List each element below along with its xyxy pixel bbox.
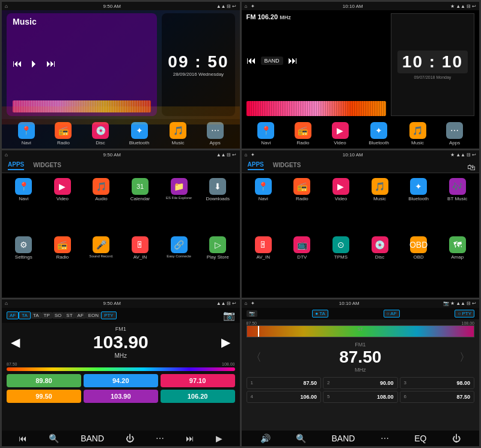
app-playstore-p3[interactable]: ▷ Play Store: [200, 236, 236, 292]
fm-preset-3[interactable]: 97.10: [161, 374, 235, 387]
fm6-preset-3[interactable]: 3 98.00: [400, 377, 475, 389]
back-icon[interactable]: ↩: [232, 4, 236, 9]
fm-bottom-search-icon[interactable]: 🔍: [49, 434, 59, 443]
fm6-bottom-vol-icon[interactable]: 🔊: [260, 434, 271, 443]
fm6-next-arrow[interactable]: 〉: [459, 350, 470, 364]
fm-bottom-power-icon[interactable]: ⏻: [126, 434, 134, 443]
app-avin-p4[interactable]: 🎚 AV_IN: [245, 236, 282, 292]
status-time-p4: 10:10 AM: [343, 152, 363, 158]
fm-next-arrow[interactable]: ▶: [221, 335, 230, 349]
back-icon-p3[interactable]: ↩: [232, 152, 236, 158]
fm-bottom-return-icon[interactable]: ⏮: [19, 434, 27, 443]
fm6-preset-4[interactable]: 4 106.00: [247, 391, 322, 403]
fm-preset-4[interactable]: 99.50: [7, 390, 81, 403]
tab-widgets-p4[interactable]: WIDGETS: [273, 162, 301, 170]
app-navi-p1[interactable]: 📍 Navi: [18, 122, 35, 146]
fm6-bottom-search-icon[interactable]: 🔍: [296, 434, 306, 443]
fm-so-btn[interactable]: SO: [52, 312, 64, 319]
app-bluetooth-p2[interactable]: ✦ Bluetooth: [369, 122, 389, 146]
tab-apps-p4[interactable]: APPS: [248, 161, 264, 170]
fm6-preset-1[interactable]: 1 87.50: [247, 377, 322, 389]
fm-pty-btn[interactable]: PTY: [101, 311, 117, 319]
forward-btn[interactable]: ⏭: [46, 58, 56, 69]
app-audio-p3[interactable]: 🎵 Audio: [83, 178, 120, 234]
fm-bottom-menu-icon[interactable]: ⋯: [156, 434, 164, 443]
app-obd-p4[interactable]: OBD OBD: [400, 236, 437, 292]
back-icon-p4[interactable]: ↩: [472, 152, 476, 158]
app-soundrec-p3[interactable]: 🎤 Sound Record.: [83, 236, 120, 292]
fm-ta-btn2[interactable]: TA: [31, 312, 41, 319]
fm-af-btn2[interactable]: AF: [75, 312, 86, 319]
main-grid: ⌂ 9:50 AM ▲▲ ⊟ ↩ Music ⏮ ⏵ ⏭: [0, 0, 481, 448]
rewind-btn[interactable]: ⏮: [13, 58, 22, 69]
fm-preset-5[interactable]: 103.90: [84, 390, 158, 403]
fm6-bottom-band-label[interactable]: BAND: [331, 434, 355, 443]
fm-bottom-skip-icon[interactable]: ⏭: [186, 434, 194, 443]
app-avin-p3[interactable]: 🎚 AV_IN: [122, 236, 159, 292]
tab-apps-p3[interactable]: APPS: [8, 161, 24, 170]
apps-grid-p4: 📍 Navi 📻 Radio ▶ Video 🎵 Music ✦ Bl: [242, 173, 480, 297]
fm6-af-btn[interactable]: ○ AF: [384, 310, 400, 318]
app-tpms-p4[interactable]: ⊙ TPMS: [323, 236, 360, 292]
fm6-bottom-power-icon[interactable]: ⏻: [452, 434, 461, 443]
app-downloads-p3[interactable]: ⬇ Downloads: [200, 178, 236, 234]
fm6-bottom-eq-label[interactable]: EQ: [414, 434, 426, 443]
fm-preset-6[interactable]: 106.20: [161, 390, 235, 403]
fm-eon-btn[interactable]: EON: [86, 312, 101, 319]
fm-next-btn[interactable]: ⏭: [288, 55, 298, 66]
bottom-app-icons-p1: 📍 Navi 📻 Radio 💿 Disc ✦ Bluetooth 🎵: [2, 119, 240, 149]
app-radio-p4[interactable]: 📻 Radio: [284, 178, 320, 234]
fm6-preset-6[interactable]: 6 87.50: [400, 391, 475, 403]
fm-st-btn[interactable]: ST: [64, 312, 75, 319]
app-bluetooth-p1[interactable]: ✦ Bluetooth: [129, 122, 150, 146]
app-disc-p1[interactable]: 💿 Disc: [92, 122, 109, 146]
back-icon-p2[interactable]: ↩: [472, 4, 476, 9]
music-waveform: [13, 100, 151, 112]
fm-band-button[interactable]: BAND: [261, 57, 283, 65]
fm-preset-2[interactable]: 94.20: [84, 374, 158, 387]
fm6-pty-btn[interactable]: ○ PTY: [455, 310, 474, 318]
fm-prev-arrow[interactable]: ◀: [11, 335, 20, 349]
fm6-bottom-menu-icon[interactable]: ⋯: [381, 434, 389, 443]
fm-af-btn[interactable]: AF: [7, 311, 19, 319]
fm6-ta-btn[interactable]: ● TA: [312, 310, 328, 318]
app-music-p2[interactable]: 🎵 Music: [409, 122, 426, 146]
store-icon-p4[interactable]: 🛍: [467, 162, 476, 172]
app-radio-p1[interactable]: 📻 Radio: [55, 122, 72, 146]
app-disc-p4[interactable]: 💿 Disc: [361, 236, 398, 292]
play-btn[interactable]: ⏵: [29, 58, 39, 69]
app-bluetooth-p4[interactable]: ✦ Bluetooth: [400, 178, 437, 234]
app-btmusic-p4[interactable]: 🎶 BT Music: [439, 178, 476, 234]
app-settings-p3[interactable]: ⚙ Settings: [5, 236, 42, 292]
app-radio-p2[interactable]: 📻 Radio: [295, 122, 311, 146]
app-calendar-p3[interactable]: 31 Calendar: [122, 178, 159, 234]
fm-prev-btn[interactable]: ⏮: [247, 55, 256, 66]
app-dtv-p4[interactable]: 📺 DTV: [284, 236, 320, 292]
fm-bottom-band-label[interactable]: BAND: [81, 434, 104, 443]
app-apps-p2[interactable]: ⋯ Apps: [446, 122, 463, 146]
tab-widgets-p3[interactable]: WIDGETS: [33, 162, 61, 170]
fm6-preset-2[interactable]: 2 90.00: [323, 377, 398, 389]
app-esfile-p3[interactable]: 📁 ES File Explorer: [161, 178, 197, 234]
app-navi-p4[interactable]: 📍 Navi: [245, 178, 282, 234]
app-navi-p3[interactable]: 📍 Navi: [5, 178, 42, 234]
app-music-p1[interactable]: 🎵 Music: [170, 122, 186, 146]
fm-ta-btn1[interactable]: TA: [19, 311, 31, 319]
app-amap-p4[interactable]: 🗺 Amap: [439, 236, 476, 292]
fm-tuner-content-p6: 📷 ● TA ○ AF ○ PTY 87.50 108.00 ST 〈: [242, 308, 480, 446]
app-music-p4[interactable]: 🎵 Music: [361, 178, 398, 234]
fm6-prev-arrow[interactable]: 〈: [251, 350, 262, 364]
fm6-preset-5[interactable]: 5 108.00: [323, 391, 398, 403]
fm-bottom-bars-icon[interactable]: ▶: [216, 434, 222, 443]
app-easyconn-p3[interactable]: 🔗 Easy Connecte: [161, 236, 197, 292]
app-video-p3[interactable]: ▶ Video: [44, 178, 81, 234]
back-icon-p6[interactable]: ↩: [472, 301, 476, 306]
app-apps-p1[interactable]: ⋯ Apps: [207, 122, 224, 146]
app-navi-p2[interactable]: 📍 Navi: [257, 122, 274, 146]
app-video-p4[interactable]: ▶ Video: [323, 178, 360, 234]
app-radio-p3[interactable]: 📻 Radio: [44, 236, 81, 292]
app-video-p2[interactable]: ▶ Video: [332, 122, 349, 146]
back-icon-p5[interactable]: ↩: [232, 301, 236, 306]
fm-preset-1[interactable]: 89.80: [7, 374, 81, 387]
fm-tp-btn[interactable]: TP: [41, 312, 52, 319]
